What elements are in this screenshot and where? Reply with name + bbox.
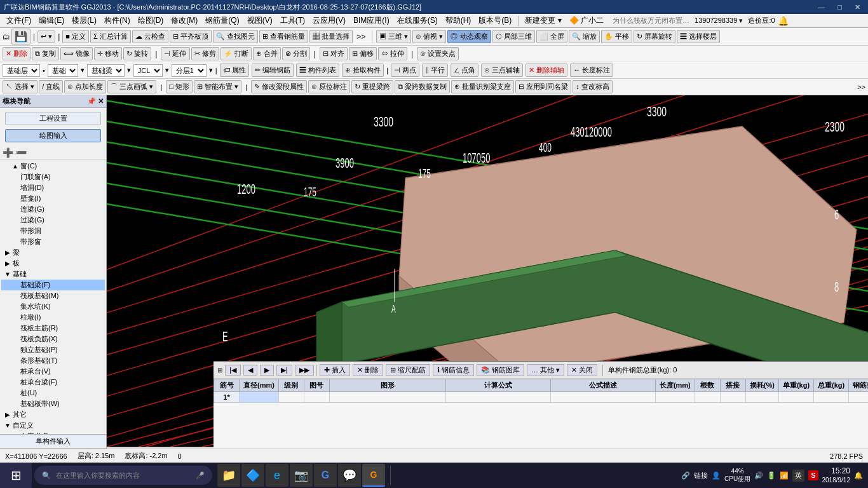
sidebar-tree-item[interactable]: 带形窗 (1, 236, 105, 247)
sidebar-tree-item[interactable]: 集水坑(K) (1, 301, 105, 312)
local-3d-btn[interactable]: ⬡ 局部三维 (492, 30, 535, 43)
rect-btn[interactable]: □ 矩形 (166, 80, 193, 93)
sidebar-tree-item[interactable]: 桩承台(V) (1, 366, 105, 377)
clock[interactable]: 15:20 2018/9/12 (822, 466, 851, 485)
sidebar-tree-item[interactable]: 条形基础(T) (1, 355, 105, 366)
sidebar-tree-item[interactable]: 柱墩(I) (1, 312, 105, 323)
user-icon[interactable]: 👤 (712, 471, 721, 480)
sidebar-remove-icon[interactable]: ➖ (16, 147, 27, 158)
apply-same-btn[interactable]: ⊟ 应用到同名梁 (515, 80, 571, 93)
menu-file[interactable]: 文件(F) (3, 14, 35, 27)
taskbar-app-task[interactable]: 🔷 (241, 464, 264, 487)
nav-play-btn[interactable]: ▶▶ (295, 365, 314, 376)
sidebar-tree-item[interactable]: 带形洞 (1, 226, 105, 236)
3d-btn[interactable]: ▣ 三维 ▾ (376, 30, 411, 43)
length-mark-btn[interactable]: ↔ 长度标注 (570, 64, 613, 77)
batch-id-btn[interactable]: ⊕ 批量识别梁支座 (451, 80, 514, 93)
sidebar-tree-item[interactable]: 桩承台梁(F) (1, 377, 105, 388)
menu-tools[interactable]: 工具(T) (276, 14, 309, 27)
orig-mark-btn[interactable]: ⊙ 原位标注 (308, 80, 350, 93)
prop-btn[interactable]: 🏷 属性 (220, 64, 249, 77)
sidebar-tree-item[interactable]: ▶板 (1, 258, 105, 269)
component-list-btn[interactable]: ☰ 构件列表 (296, 64, 339, 77)
rebar-info-btn[interactable]: ℹ 钢筋信息 (433, 364, 474, 376)
mod-prop-btn[interactable]: ✎ 修改梁段属性 (251, 80, 307, 93)
sum-btn[interactable]: Σ 汇总计算 (90, 30, 131, 43)
menu-bim[interactable]: BIM应用(I) (349, 14, 393, 27)
grip-btn[interactable]: ⊙ 设置夹点 (417, 47, 459, 60)
other-btn[interactable]: … 其他 ▾ (527, 364, 564, 376)
menu-cloud[interactable]: 云应用(V) (309, 14, 349, 27)
pan-btn[interactable]: ✋ 平移 (601, 30, 632, 43)
sidebar-tree-item[interactable]: 壁龛(I) (1, 193, 105, 204)
two-point-btn[interactable]: ⊣ 两点 (391, 64, 419, 77)
zoom-btn[interactable]: 🔍 缩放 (569, 30, 600, 43)
sidebar-tree-item[interactable]: 桩(U) (1, 388, 105, 398)
delete-btn[interactable]: ✕ 删除 (3, 47, 31, 60)
insert-btn[interactable]: ✚ 插入 (320, 364, 350, 376)
taskbar-app-chat[interactable]: 💬 (338, 464, 361, 487)
sidebar-tree-item[interactable]: 筏板基础(M) (1, 290, 105, 301)
sidebar-tree-item[interactable]: 独立基础(P) (1, 344, 105, 355)
floor-select[interactable]: 分层1 (172, 64, 207, 77)
engineering-settings-btn[interactable]: 工程设置 (5, 112, 101, 125)
split-btn[interactable]: ⊗ 分割 (282, 47, 310, 60)
del-aux-btn[interactable]: ✕ 删除辅轴 (526, 64, 567, 77)
taskbar-app-ggj[interactable]: G (362, 464, 385, 487)
point-len-btn[interactable]: ⊙ 点加长度 (64, 80, 106, 93)
sidebar-tree-item[interactable]: 连梁(G) (1, 204, 105, 215)
sidebar-tree-item[interactable]: ▼自定义 (1, 420, 105, 431)
nav-next-btn[interactable]: ▶ (260, 365, 274, 376)
ime-indicator[interactable]: S (808, 470, 818, 480)
menu-help[interactable]: 帮助(H) (442, 14, 475, 27)
nav-last-btn[interactable]: ▶| (276, 365, 292, 376)
sidebar-tree-item[interactable]: 筏板主筋(R) (1, 323, 105, 334)
smart-layout-btn[interactable]: ⊞ 智能布置 ▾ (194, 80, 241, 93)
menu-edit[interactable]: 编辑(E) (35, 14, 68, 27)
beam-type-select[interactable]: 基础梁 (87, 64, 125, 77)
copy-btn[interactable]: ⧉ 复制 (32, 47, 59, 60)
menu-draw[interactable]: 绘图(D) (134, 14, 168, 27)
undo-btn[interactable]: ↩ ▾ (37, 30, 55, 43)
offset-btn[interactable]: ⊞ 偏移 (349, 47, 377, 60)
cell-diameter[interactable] (240, 392, 279, 403)
sidebar-tree-item[interactable]: 过梁(G) (1, 215, 105, 226)
edit-rebar-btn[interactable]: ✏ 编辑钢筋 (252, 64, 294, 77)
repick-span-btn[interactable]: ↻ 重提梁跨 (351, 80, 393, 93)
sidebar-pin-icon[interactable]: 📌 (87, 97, 96, 105)
menu-version[interactable]: 版本号(B) (475, 14, 515, 27)
rebar-lib-btn[interactable]: 📚 钢筋图库 (477, 364, 524, 376)
select-floor-btn[interactable]: ☰ 选择楼层 (677, 30, 720, 43)
maximize-button[interactable]: □ (834, 3, 846, 11)
sidebar-tree-item[interactable]: ▶梁 (1, 247, 105, 258)
menu-rebar-qty[interactable]: 钢筋量(Q) (201, 14, 243, 27)
nav-prev-btn[interactable]: ◀ (243, 365, 257, 376)
menu-view[interactable]: 视图(V) (243, 14, 276, 27)
sidebar-tree-item[interactable]: ▶其它 (1, 409, 105, 420)
cloud-check-btn[interactable]: ☁ 云检查 (132, 30, 168, 43)
taskbar-app-explorer[interactable]: 📁 (217, 464, 240, 487)
menu-guangxiao[interactable]: 🔶 广小二 (566, 14, 607, 27)
taskbar-app-ie[interactable]: e (266, 464, 288, 487)
close-panel-btn[interactable]: ✕ 关闭 (567, 364, 597, 376)
layer-select[interactable]: 基础层 (3, 64, 40, 77)
align-top-btn[interactable]: ⊟ 平齐板顶 (170, 30, 212, 43)
mod-height-btn[interactable]: ↕ 查改标高 (573, 80, 613, 93)
screen-rotate-btn[interactable]: ↻ 屏幕旋转 (634, 30, 675, 43)
line-btn[interactable]: / 直线 (39, 80, 63, 93)
start-button[interactable]: ⊞ (0, 463, 32, 488)
top-view-btn[interactable]: ⊙ 俯视 ▾ (412, 30, 446, 43)
lang-indicator[interactable]: 英 (792, 470, 804, 482)
menu-online[interactable]: 在线服务(S) (393, 14, 442, 27)
sidebar-tree-item[interactable]: 基础梁(F) (1, 280, 105, 290)
network-icon[interactable]: 🔗 (681, 471, 690, 480)
layer-type-select[interactable]: 基础 (48, 64, 78, 77)
nav-first-btn[interactable]: |◀ (225, 365, 241, 376)
sound-icon[interactable]: 🔊 (754, 471, 763, 480)
sidebar-tree-item[interactable]: 墙洞(D) (1, 182, 105, 193)
arc-btn[interactable]: ⌒ 三点画弧 ▾ (107, 80, 156, 93)
menu-modify[interactable]: 修改(M) (167, 14, 201, 27)
menu-component[interactable]: 构件(N) (100, 14, 134, 27)
span-copy-btn[interactable]: ⧉ 梁跨数据复制 (395, 80, 450, 93)
select-btn[interactable]: ↖ 选择 ▾ (3, 80, 37, 93)
